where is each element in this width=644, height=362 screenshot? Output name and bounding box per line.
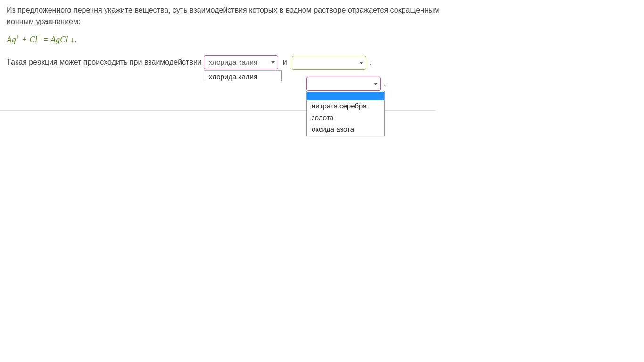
chevron-down-icon [359,62,363,64]
conjunction: и [283,57,287,68]
select-second[interactable] [306,77,381,81]
dropdown-item[interactable]: хлорида калия [204,71,281,81]
select-second-wrapper-row1 [292,55,366,70]
chevron-down-icon [271,61,275,64]
eq-end: . [74,35,77,44]
question-intro: Из предложенного перечня укажите веществ… [7,5,459,27]
select-first-dropdown: хлорида калия хлора нитрата кальция [204,70,282,81]
select-second-row1[interactable] [292,56,366,70]
interaction-prefix: Такая реакция может происходить при взаи… [7,57,202,68]
eq-plus: + [19,35,29,44]
eq-equals: = [41,35,50,44]
select-first-wrapper: хлорида калия хлорида калия хлора нитрат… [204,55,278,69]
eq-ag: Ag [7,35,16,44]
eq-agcl: AgCl [50,35,68,44]
select-first-value: хлорида калия [209,57,257,68]
eq-cl: Cl [29,35,37,44]
period: . [369,57,371,68]
period: . [384,78,386,81]
ionic-equation: Ag+ + Cl− = AgCl ↓. [7,33,637,46]
select-first[interactable]: хлорида калия [204,55,278,69]
eq-arrow: ↓ [68,35,74,44]
select-second-wrapper: нитрата серебра золота оксида азота [306,76,381,81]
interaction-line-1: Такая реакция может происходить при взаи… [7,55,637,70]
interaction-line-2: нитрата серебра золота оксида азота . [306,76,386,81]
